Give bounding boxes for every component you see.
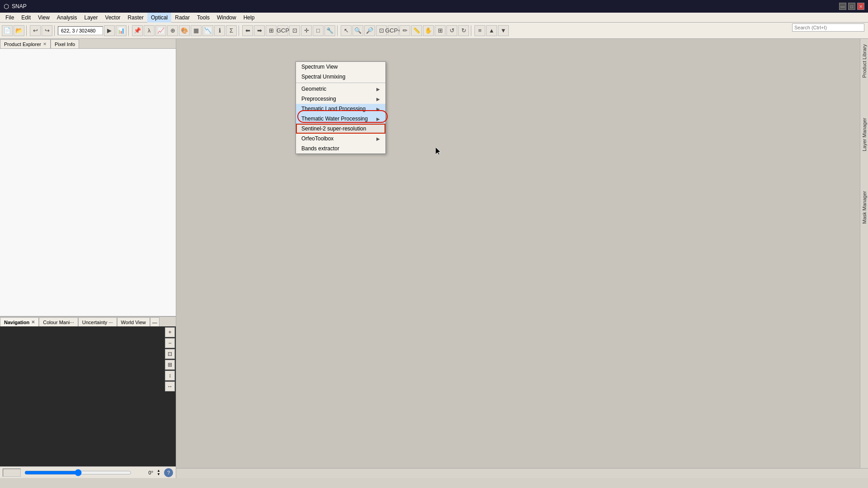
arrow-left-button[interactable]: ⬅ [242, 25, 253, 36]
mouse-cursor [436, 147, 441, 155]
nav-zoom-actual-button[interactable]: ⊞ [165, 360, 175, 370]
close-navigation-icon[interactable]: ✕ [31, 320, 35, 325]
menu-file[interactable]: File [2, 13, 18, 23]
scatter-button[interactable]: ⊕ [167, 25, 178, 36]
zoom-slider[interactable] [24, 469, 131, 476]
zoom-in-button[interactable]: 🔍 [352, 25, 363, 36]
product-library-panel[interactable]: Product Library [861, 42, 868, 80]
redo-button[interactable]: ↪ [42, 25, 52, 36]
chevron-up-button[interactable]: ▲ [486, 25, 497, 36]
info-button[interactable]: ℹ [214, 25, 225, 36]
nav-flip-v-button[interactable]: ↕ [165, 371, 175, 381]
spectrum-button[interactable]: 📈 [155, 25, 166, 36]
menu-vector[interactable]: Vector [102, 13, 124, 23]
tab-world-view[interactable]: World View [117, 317, 150, 326]
menu-spectral-unmixing[interactable]: Spectral Unmixing [296, 72, 385, 82]
close-button[interactable]: ✕ [857, 3, 864, 10]
sigma-button[interactable]: Σ [226, 25, 237, 36]
wavelength-button[interactable]: λ [144, 25, 155, 36]
profile-button[interactable]: 📉 [202, 25, 213, 36]
menu-view[interactable]: View [34, 13, 53, 23]
menu-geometric[interactable]: Geometric ▶ [296, 84, 385, 94]
menu-optical[interactable]: Optical [147, 13, 171, 23]
product-tabs: Product Explorer ✕ Pixel Info [0, 39, 176, 49]
nav-zoom-out-button[interactable]: − [165, 338, 175, 348]
tab-pixel-info[interactable]: Pixel Info [51, 39, 79, 48]
pin-button[interactable]: 📌 [132, 25, 143, 36]
minimize-bottom-button[interactable]: — [150, 317, 160, 326]
mask-manager-panel[interactable]: Mask Manager [861, 189, 868, 226]
chevron-down-button[interactable]: ▼ [498, 25, 509, 36]
histogram-button[interactable]: ▦ [191, 25, 202, 36]
menu-preprocessing[interactable]: Preprocessing ▶ [296, 94, 385, 104]
minimize-button[interactable]: — [839, 3, 846, 10]
arrow-right-button[interactable]: ➡ [254, 25, 265, 36]
close-product-explorer-icon[interactable]: ✕ [43, 42, 47, 46]
new-button[interactable]: 📄 [2, 25, 13, 36]
angle-down-button[interactable]: ▼ [157, 473, 160, 476]
angle-display: 0° [135, 470, 153, 475]
uncertainty-label: Uncertainty ··· [82, 320, 113, 325]
menu-thematic-land[interactable]: Thematic Land Processing ▶ [296, 104, 385, 114]
world-view-label: World View [121, 320, 146, 325]
pan-button[interactable]: ✋ [423, 25, 434, 36]
coloring-button[interactable]: 🎨 [179, 25, 190, 36]
tool-icon[interactable]: 🔧 [324, 25, 335, 36]
menu-radar[interactable]: Radar [171, 13, 193, 23]
nav-zoom-in-button[interactable]: + [165, 327, 175, 337]
help-button[interactable]: ? [164, 468, 173, 477]
menu-raster[interactable]: Raster [124, 13, 147, 23]
zoom-level-display [3, 469, 21, 477]
maximize-button[interactable]: □ [848, 3, 855, 10]
cross-button[interactable]: ✛ [301, 25, 312, 36]
grid-button[interactable]: ⊞ [266, 25, 277, 36]
tab-colour-mani[interactable]: Colour Mani··· [39, 317, 78, 326]
menu-thematic-water[interactable]: Thematic Water Processing ▶ [296, 114, 385, 124]
search-input[interactable] [792, 23, 864, 32]
menu-bands-extractor[interactable]: Bands extractor [296, 144, 385, 153]
pencil-button[interactable]: ✏ [399, 25, 410, 36]
menu-help[interactable]: Help [240, 13, 258, 23]
menu-analysis[interactable]: Analysis [53, 13, 81, 23]
point-button[interactable]: ⊡ [289, 25, 300, 36]
square-button[interactable]: □ [313, 25, 324, 36]
tab-uncertainty[interactable]: Uncertainty ··· [78, 317, 117, 326]
nav-flip-h-button[interactable]: ↔ [165, 381, 175, 391]
menu-layer[interactable]: Layer [81, 13, 102, 23]
zoom-out-button[interactable]: 🔎 [364, 25, 375, 36]
title-bar-controls[interactable]: — □ ✕ [839, 3, 864, 10]
rotate-left-button[interactable]: ↺ [446, 25, 457, 36]
ruler-button[interactable]: 📏 [411, 25, 422, 36]
add-gcp-button[interactable]: GCP+ [388, 25, 399, 36]
menu-orfeo-toolbox[interactable]: OrfeoToolbox ▶ [296, 134, 385, 144]
navigation-label: Navigation [4, 320, 29, 325]
gcp-button[interactable]: GCP [277, 25, 288, 36]
nav-zoom-fit-button[interactable]: ⊡ [165, 349, 175, 359]
layer-manager-panel[interactable]: Layer Manager [861, 116, 868, 153]
sep5 [337, 25, 339, 36]
rotate-right-button[interactable]: ↻ [458, 25, 469, 36]
graph-button[interactable]: 📊 [116, 25, 127, 36]
open-button[interactable]: 📂 [14, 25, 24, 36]
tab-product-explorer[interactable]: Product Explorer ✕ [0, 39, 51, 48]
menu-spectrum-view[interactable]: Spectrum View [296, 62, 385, 72]
orfeo-arrow-icon: ▶ [376, 136, 380, 141]
pointer-button[interactable]: ↖ [341, 25, 352, 36]
search-area[interactable] [792, 23, 864, 33]
product-explorer-label: Product Explorer [4, 42, 41, 47]
menu-edit[interactable]: Edit [18, 13, 34, 23]
menu-sentinel2-superresolution[interactable]: Sentinel-2 super-resolution [296, 124, 385, 134]
menu-tools[interactable]: Tools [193, 13, 213, 23]
menu-window[interactable]: Window [213, 13, 240, 23]
undo-button[interactable]: ↩ [30, 25, 41, 36]
optical-dropdown-menu: Spectrum View Spectral Unmixing Geometri… [296, 61, 386, 154]
title-bar: ⬡ SNAP — □ ✕ [0, 0, 868, 13]
menu-sep1 [296, 83, 385, 83]
zoom-area-button[interactable]: ⊞ [435, 25, 446, 36]
app-title: SNAP [12, 3, 27, 9]
bottom-tabs: Navigation ✕ Colour Mani··· Uncertainty … [0, 316, 176, 326]
tab-navigation[interactable]: Navigation ✕ [0, 317, 39, 326]
go-button[interactable]: ▶ [104, 25, 115, 36]
band-button[interactable]: ≡ [474, 25, 485, 36]
menu-bar: File Edit View Analysis Layer Vector Ras… [0, 13, 868, 23]
